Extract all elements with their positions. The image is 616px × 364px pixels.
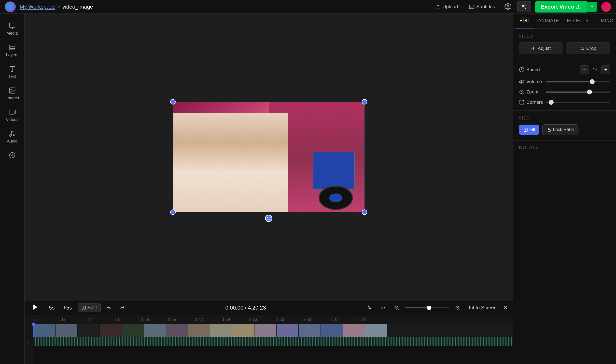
speed-increase-button[interactable]: + <box>601 65 610 74</box>
svg-marker-29 <box>519 80 521 83</box>
thumb-3 <box>78 324 100 337</box>
zoom-slider-panel[interactable] <box>546 91 610 93</box>
tick-0: 0 <box>34 317 37 322</box>
playhead[interactable] <box>33 324 34 337</box>
speed-decrease-button[interactable]: − <box>580 65 589 74</box>
speed-section: Speed − 1x + Volume <box>513 60 616 111</box>
thumb-14 <box>321 324 343 337</box>
skip-fwd-button[interactable]: +5s <box>61 303 74 312</box>
right-panel: EDIT ANIMATE EFFECTS TIMING VIDEO Adjust <box>513 14 616 364</box>
sidebar-item-media-label: Media <box>6 31 18 36</box>
settings-button[interactable] <box>503 1 513 13</box>
corners-thumb[interactable] <box>549 100 554 105</box>
tab-edit[interactable]: EDIT <box>516 14 534 28</box>
adjust-label: Adjust <box>538 46 551 51</box>
export-video-button[interactable]: Export Video <box>535 1 587 13</box>
svg-rect-8 <box>9 47 15 48</box>
svg-point-14 <box>13 134 15 136</box>
volume-row: Volume <box>519 79 610 84</box>
skip-back-label: -5s <box>47 305 55 311</box>
sidebar-item-audio[interactable]: Audio <box>1 127 23 147</box>
speed-label-wrap: Speed <box>519 67 541 72</box>
resize-handle-tl[interactable] <box>170 99 176 104</box>
sidebar-item-videos[interactable]: Videos <box>1 105 23 126</box>
resize-handle-bl[interactable] <box>170 209 176 215</box>
undo-button[interactable] <box>104 304 114 312</box>
corners-label-wrap: Corners <box>519 100 541 105</box>
sidebar-item-images[interactable]: Images <box>1 83 23 104</box>
video-canvas[interactable] <box>173 102 364 212</box>
size-section: SIZE Fill Lock Ratio <box>513 111 616 141</box>
subtitles-button[interactable]: Subtitles <box>465 2 499 12</box>
canvas-wrapper <box>25 14 513 300</box>
size-section-label: SIZE <box>519 116 610 120</box>
tick-7: 1:59 <box>222 317 230 322</box>
zoom-out-button[interactable] <box>392 304 402 312</box>
rotate-section-label: ROTATE <box>519 145 539 150</box>
redo-button[interactable] <box>117 304 127 312</box>
sidebar-item-media[interactable]: Media <box>1 19 23 39</box>
zoom-row: Zoom <box>519 89 610 95</box>
zoom-thumb[interactable] <box>587 90 592 94</box>
rotate-handle[interactable] <box>265 215 272 222</box>
sidebar-item-text[interactable]: Text <box>1 62 23 82</box>
video-turntable <box>319 186 353 210</box>
svg-point-5 <box>525 7 526 8</box>
fit-screen-label: Fit to Screen <box>469 305 497 310</box>
adjust-button[interactable]: Adjust <box>519 42 563 54</box>
audio-track[interactable] <box>33 337 513 346</box>
skip-back-button[interactable]: -5s <box>45 303 57 312</box>
svg-point-3 <box>525 4 526 5</box>
resize-handle-br[interactable] <box>362 209 367 215</box>
video-section: VIDEO Adjust Crop <box>513 29 616 60</box>
workspace-link[interactable]: My Workspace <box>20 4 55 10</box>
svg-rect-7 <box>9 45 15 46</box>
volume-thumb[interactable] <box>590 79 595 84</box>
sidebar-item-layers-label: Layers <box>6 52 18 57</box>
rotate-section: ROTATE <box>513 141 616 155</box>
main-area: Media Layers Text Images Videos Audio <box>0 14 616 364</box>
tab-timing[interactable]: TIMING <box>593 14 616 28</box>
thumb-16 <box>365 324 387 337</box>
svg-rect-12 <box>9 110 14 114</box>
skip-fwd-label: +5s <box>63 305 72 311</box>
thumb-9 <box>210 324 232 337</box>
tick-3: :51 <box>114 317 120 322</box>
topbar: My Workspace > video_image Upload Subtit… <box>0 0 616 14</box>
avatar[interactable] <box>601 2 611 12</box>
upload-button[interactable]: Upload <box>432 2 462 12</box>
split-button[interactable]: Split <box>78 303 101 312</box>
breadcrumb-separator: > <box>57 4 60 10</box>
sidebar-item-images-label: Images <box>5 96 19 101</box>
export-dropdown-button[interactable] <box>587 2 597 12</box>
video-track[interactable] <box>33 324 513 337</box>
close-timeline-button[interactable]: ✕ <box>503 304 508 311</box>
speed-label: Speed <box>526 67 540 72</box>
tab-animate[interactable]: ANIMATE <box>534 14 563 28</box>
resize-handle-tr[interactable] <box>362 99 367 104</box>
ripple-button[interactable] <box>378 304 388 312</box>
thumb-8 <box>188 324 210 337</box>
volume-slider[interactable] <box>546 81 610 82</box>
svg-point-4 <box>522 5 523 7</box>
play-button[interactable] <box>29 302 41 313</box>
zoom-in-button[interactable] <box>453 304 462 312</box>
waveform-button[interactable] <box>364 304 375 312</box>
breadcrumb: My Workspace > video_image <box>20 4 93 10</box>
video-placeholder <box>173 102 364 212</box>
zoom-slider[interactable] <box>405 307 449 308</box>
lock-ratio-button[interactable]: Lock Ratio <box>542 124 578 135</box>
corners-slider[interactable] <box>546 102 610 103</box>
fill-button[interactable]: Fill <box>519 125 539 135</box>
sidebar-item-color[interactable] <box>1 148 23 162</box>
export-btn-group: Export Video <box>535 1 597 13</box>
crop-button[interactable]: Crop <box>566 42 610 54</box>
sidebar-item-layers[interactable]: Layers <box>1 40 23 61</box>
tab-effects[interactable]: EFFECTS <box>563 14 593 28</box>
fit-screen-button[interactable]: Fit to Screen <box>466 303 500 312</box>
video-section-label: VIDEO <box>519 34 610 39</box>
svg-rect-9 <box>9 49 15 50</box>
share-button[interactable] <box>517 1 531 12</box>
svg-point-13 <box>9 135 11 137</box>
sidebar-item-videos-label: Videos <box>6 117 19 122</box>
